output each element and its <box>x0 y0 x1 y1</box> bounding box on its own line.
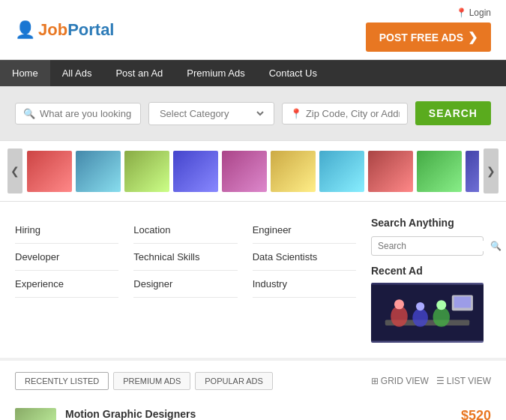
list-view-option[interactable]: ☰ LIST VIEW <box>436 376 491 386</box>
tab-popular-ads[interactable]: POPULAR ADS <box>195 372 273 390</box>
carousel-image-8[interactable] <box>368 151 413 192</box>
logo-text: JobPortal <box>38 20 114 40</box>
what-search-input[interactable] <box>40 108 133 119</box>
nav-item-home[interactable]: Home <box>0 60 50 86</box>
cat-item-location[interactable]: Location <box>133 217 237 244</box>
location-wrap: 📍 <box>282 103 408 124</box>
carousel-prev-button[interactable]: ❮ <box>7 148 22 194</box>
search-anything-wrap: 🔍 <box>371 236 484 256</box>
svg-rect-0 <box>371 285 484 341</box>
cat-item-data-scientists[interactable]: Data Scientists <box>253 244 356 271</box>
search-anything-input[interactable] <box>378 241 490 251</box>
recent-ad-image[interactable] <box>371 283 484 343</box>
cat-item-industry[interactable]: Industry <box>253 271 356 298</box>
category-col-3: Engineer Data Scientists Industry <box>245 217 364 343</box>
carousel-image-5[interactable] <box>222 151 267 192</box>
category-select[interactable]: Select Category <box>157 107 266 120</box>
carousel-image-3[interactable] <box>124 151 169 192</box>
header-right: 📍 Login POST FREE ADS ❯ <box>366 8 491 52</box>
category-col-2: Location Technical Skills Designer <box>126 217 244 343</box>
ad-price-1: $520 <box>448 408 491 420</box>
carousel-image-10[interactable] <box>466 151 479 192</box>
carousel-inner: ❮ ❯ <box>7 148 499 194</box>
category-col-1: Hiring Developer Experience <box>15 217 126 343</box>
carousel-images <box>27 151 479 192</box>
carousel-image-9[interactable] <box>417 151 462 192</box>
carousel-image-7[interactable] <box>319 151 364 192</box>
ads-tab-left: RECENTLY LISTED PREMIUM ADS POPULAR ADS <box>15 372 273 390</box>
search-anything-title: Search Anything <box>371 217 484 229</box>
logo-icon: 👤 <box>15 20 35 40</box>
location-pin-icon: 📍 <box>456 8 467 18</box>
ads-section: RECENTLY LISTED PREMIUM ADS POPULAR ADS … <box>0 358 506 420</box>
categories-section: Hiring Developer Experience Location Tec… <box>0 202 506 358</box>
header: 👤 JobPortal 📍 Login POST FREE ADS ❯ <box>0 0 506 60</box>
cat-item-developer[interactable]: Developer <box>15 244 118 271</box>
category-select-wrap: Select Category <box>148 102 274 125</box>
search-button[interactable]: SEARCH <box>415 101 491 125</box>
ad-price-block-1: $520 View it! <box>448 408 491 420</box>
carousel-image-1[interactable] <box>27 151 72 192</box>
cat-item-designer[interactable]: Designer <box>133 271 237 298</box>
cat-item-hiring[interactable]: Hiring <box>15 217 118 244</box>
carousel-image-4[interactable] <box>173 151 218 192</box>
cat-item-engineer[interactable]: Engineer <box>253 217 356 244</box>
carousel-image-2[interactable] <box>76 151 121 192</box>
logo: 👤 JobPortal <box>15 20 114 40</box>
recent-ad-title: Recent Ad <box>371 265 484 277</box>
ad-item-1: Motion Graphic Designers KreedOn is a br… <box>15 399 491 420</box>
svg-point-4 <box>412 308 428 326</box>
grid-view-option[interactable]: ⊞ GRID VIEW <box>371 376 429 386</box>
svg-point-3 <box>394 299 404 309</box>
category-col-right: Search Anything 🔍 Recent Ad <box>364 217 491 343</box>
location-icon: 📍 <box>290 108 302 119</box>
logo-portal: Portal <box>67 20 114 39</box>
carousel-next-button[interactable]: ❯ <box>484 148 499 194</box>
recent-ad-svg <box>371 283 484 343</box>
ad-title-1[interactable]: Motion Graphic Designers <box>65 408 439 420</box>
ad-content-1: Motion Graphic Designers KreedOn is a br… <box>65 408 439 420</box>
tab-premium-ads[interactable]: PREMIUM ADS <box>113 372 190 390</box>
ad-thumbnail-1 <box>15 408 56 420</box>
arrow-right-icon: ❯ <box>468 30 478 44</box>
logo-job: Job <box>38 20 67 39</box>
nav-item-premium-ads[interactable]: Premium Ads <box>175 60 256 86</box>
svg-point-6 <box>433 308 450 327</box>
what-search-wrap: 🔍 <box>15 103 141 124</box>
list-icon: ☰ <box>436 376 445 386</box>
cat-item-technical-skills[interactable]: Technical Skills <box>133 244 237 271</box>
svg-point-5 <box>416 302 424 310</box>
location-input[interactable] <box>306 108 400 119</box>
cat-item-experience[interactable]: Experience <box>15 271 118 298</box>
post-free-ads-button[interactable]: POST FREE ADS ❯ <box>366 22 491 52</box>
grid-icon: ⊞ <box>371 376 379 386</box>
tab-recently-listed[interactable]: RECENTLY LISTED <box>15 372 109 390</box>
search-icon: 🔍 <box>23 108 35 119</box>
carousel-section: ❮ ❯ <box>0 140 506 202</box>
nav-item-post-ad[interactable]: Post an Ad <box>103 60 175 86</box>
carousel-image-6[interactable] <box>271 151 316 192</box>
main-nav: Home All Ads Post an Ad Premium Ads Cont… <box>0 60 506 86</box>
nav-item-contact-us[interactable]: Contact Us <box>257 60 329 86</box>
nav-item-all-ads[interactable]: All Ads <box>50 60 104 86</box>
svg-rect-9 <box>454 296 472 308</box>
search-anything-icon: 🔍 <box>490 241 502 251</box>
ads-view-right: ⊞ GRID VIEW ☰ LIST VIEW <box>371 376 491 386</box>
login-link[interactable]: 📍 Login <box>456 8 491 18</box>
ads-tabs: RECENTLY LISTED PREMIUM ADS POPULAR ADS … <box>15 372 491 390</box>
svg-point-7 <box>436 300 446 310</box>
search-bar: 🔍 Select Category 📍 SEARCH <box>0 86 506 140</box>
